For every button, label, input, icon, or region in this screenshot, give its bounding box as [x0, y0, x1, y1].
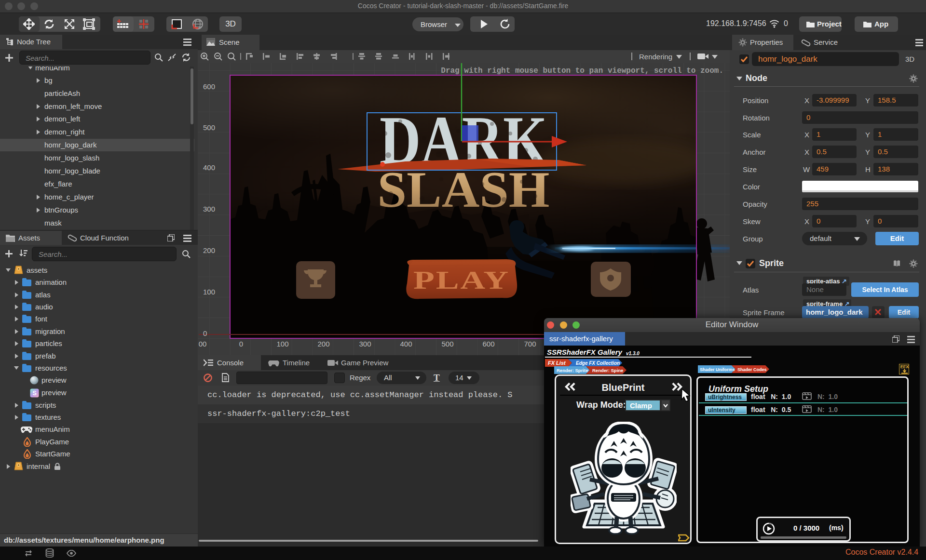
svg-text:600: 600	[203, 82, 215, 91]
svg-text:Shader Codes: Shader Codes	[737, 367, 767, 372]
svg-text:Scene: Scene	[219, 38, 240, 46]
svg-text:300: 300	[203, 205, 215, 213]
svg-text:500: 500	[441, 340, 453, 348]
svg-text:Rendering: Rendering	[639, 53, 672, 61]
svg-text:400: 400	[400, 340, 412, 348]
svg-text:FX List: FX List	[548, 360, 566, 366]
svg-text:500: 500	[203, 123, 215, 132]
svg-text:700: 700	[524, 340, 536, 348]
svg-text:Render: Spine: Render: Spine	[592, 368, 623, 373]
svg-text:100: 100	[203, 288, 215, 296]
svg-text:S: S	[32, 389, 37, 397]
svg-text:100: 100	[276, 340, 288, 348]
svg-text:400: 400	[203, 163, 215, 172]
svg-text:Drag with right mouse button t: Drag with right mouse button to pan view…	[441, 67, 723, 75]
svg-text:PLAY: PLAY	[413, 267, 510, 294]
svg-text:200: 200	[203, 246, 215, 254]
svg-text:Render: Sprite: Render: Sprite	[557, 368, 588, 373]
svg-text:Edge FX Collection: Edge FX Collection	[576, 360, 620, 366]
svg-text:600: 600	[482, 340, 494, 348]
svg-text:0: 0	[239, 340, 243, 348]
svg-text:00: 00	[199, 340, 207, 348]
svg-text:Shader Uniforms: Shader Uniforms	[700, 367, 735, 372]
svg-text:200: 200	[317, 340, 329, 348]
svg-text:0: 0	[203, 329, 207, 337]
svg-text:300: 300	[359, 340, 371, 348]
